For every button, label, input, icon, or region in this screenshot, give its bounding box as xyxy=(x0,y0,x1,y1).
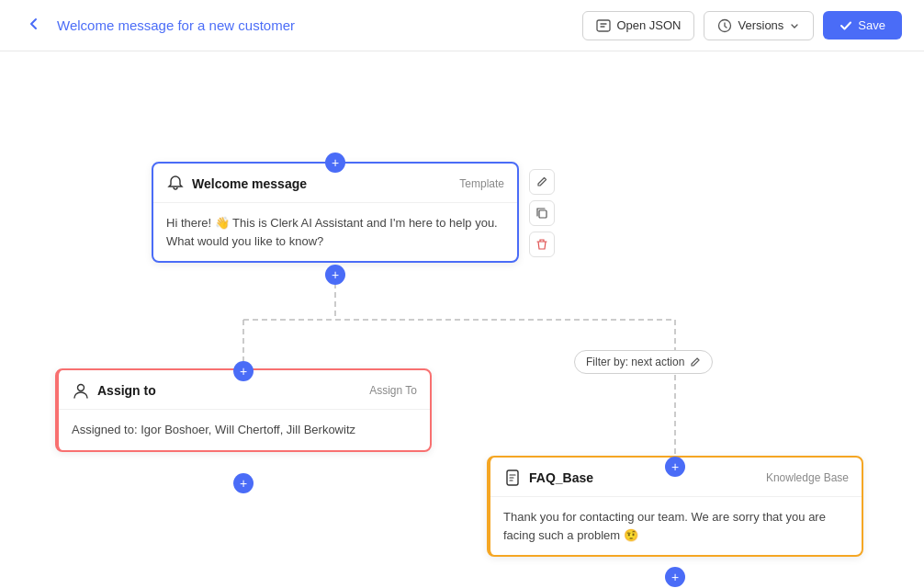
welcome-node-body: Hi there! 👋 This is Clerk AI Assistant a… xyxy=(153,203,517,261)
faq-top-plus[interactable]: + xyxy=(665,457,685,477)
filter-badge[interactable]: Filter by: next action xyxy=(574,350,713,374)
assign-node-badge: Assign To xyxy=(369,384,417,397)
welcome-node-title: Welcome message xyxy=(192,176,307,191)
copy-button[interactable] xyxy=(529,200,555,226)
svg-rect-6 xyxy=(539,210,547,218)
welcome-top-plus[interactable]: + xyxy=(325,153,345,173)
back-button[interactable] xyxy=(22,12,46,39)
faq-node-title: FAQ_Base xyxy=(529,470,593,485)
assign-top-plus[interactable]: + xyxy=(233,361,254,381)
svg-point-7 xyxy=(78,385,85,391)
assign-node-header-left: Assign to xyxy=(72,381,156,400)
faq-node-badge: Knowledge Base xyxy=(766,471,849,484)
welcome-node: Welcome message Template Hi there! 👋 Thi… xyxy=(152,162,519,263)
chevron-down-icon xyxy=(789,20,800,31)
assign-bottom-plus[interactable]: + xyxy=(233,473,254,493)
header-left: Welcome message for a new customer xyxy=(22,12,295,39)
edit-icon xyxy=(535,175,548,188)
header: Welcome message for a new customer Open … xyxy=(0,0,924,51)
action-panel xyxy=(529,169,555,257)
edit-button[interactable] xyxy=(529,169,555,195)
welcome-node-header-left: Welcome message xyxy=(166,175,307,193)
bell-icon xyxy=(166,175,185,193)
filter-label: Filter by: next action xyxy=(586,356,684,368)
json-icon xyxy=(596,18,611,33)
welcome-node-badge: Template xyxy=(459,177,504,190)
check-icon xyxy=(839,19,852,32)
versions-button[interactable]: Versions xyxy=(704,11,814,40)
assign-node-body: Assigned to: Igor Boshoer, Will Chertoff… xyxy=(59,410,430,450)
canvas: Welcome message Template Hi there! 👋 Thi… xyxy=(0,51,924,588)
faq-node-body: Thank you for contacting our team. We ar… xyxy=(490,497,862,555)
assign-node-title: Assign to xyxy=(97,383,156,398)
faq-node-header-left: FAQ_Base xyxy=(503,469,593,487)
svg-rect-0 xyxy=(597,20,610,31)
doc-icon xyxy=(503,469,522,487)
copy-icon xyxy=(535,207,548,220)
versions-icon xyxy=(717,18,732,33)
trash-icon xyxy=(535,238,548,251)
faq-bottom-plus[interactable]: + xyxy=(665,567,685,587)
header-right: Open JSON Versions Save xyxy=(582,11,902,40)
delete-button[interactable] xyxy=(529,232,555,257)
edit-filter-icon xyxy=(690,356,701,368)
open-json-button[interactable]: Open JSON xyxy=(582,11,694,40)
save-button[interactable]: Save xyxy=(823,11,902,40)
header-title: Welcome message for a new customer xyxy=(57,17,295,33)
welcome-bottom-plus[interactable]: + xyxy=(325,265,345,285)
person-icon xyxy=(72,381,90,400)
